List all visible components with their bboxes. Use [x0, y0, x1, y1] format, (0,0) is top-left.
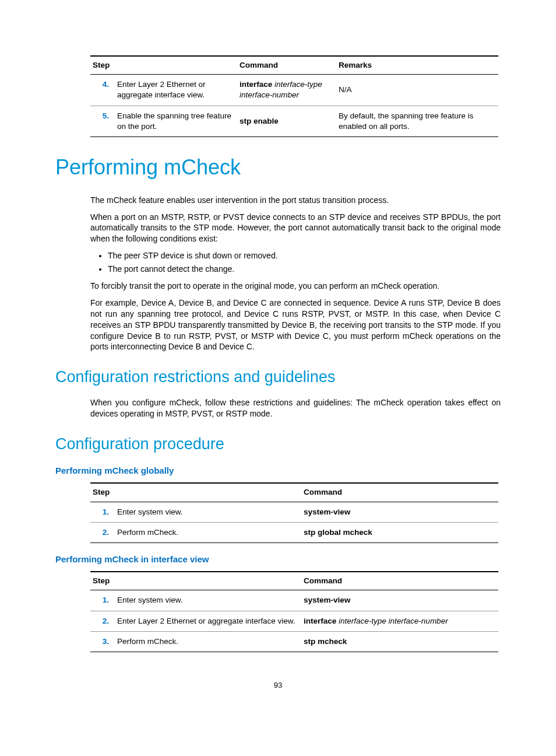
- heading-procedure: Configuration procedure: [55, 433, 501, 454]
- step-desc: Perform mCheck.: [115, 631, 301, 652]
- paragraph: To forcibly transit the port to operate …: [90, 281, 501, 292]
- list-item: The peer STP device is shut down or remo…: [108, 250, 501, 261]
- list-item: The port cannot detect the change.: [108, 264, 501, 275]
- step-desc: Enter system view.: [115, 590, 301, 611]
- table-row: 1. Enter system view. system-view: [90, 590, 498, 611]
- step-number: 2.: [90, 522, 115, 542]
- col-step: Step: [90, 483, 301, 502]
- bullet-list: The peer STP device is shut down or remo…: [90, 250, 501, 275]
- col-remarks: Remarks: [336, 56, 498, 75]
- step-command: system-view: [301, 502, 498, 522]
- step-desc: Enter Layer 2 Ethernet or aggregate inte…: [115, 611, 301, 631]
- step-table-global: Step Command 1. Enter system view. syste…: [90, 482, 498, 543]
- step-command: interface interface-type interface-numbe…: [237, 75, 336, 106]
- step-command: stp enable: [237, 106, 336, 136]
- table-row: 2. Enter Layer 2 Ethernet or aggregate i…: [90, 611, 498, 631]
- step-remarks: By default, the spanning tree feature is…: [336, 106, 498, 136]
- step-desc: Enable the spanning tree feature on the …: [115, 106, 237, 136]
- paragraph: For example, Device A, Device B, and Dev…: [90, 298, 501, 352]
- paragraph: When you configure mCheck, follow these …: [90, 397, 501, 419]
- subheading-global: Performing mCheck globally: [55, 465, 501, 477]
- step-number: 5.: [90, 106, 115, 136]
- step-number: 3.: [90, 631, 115, 652]
- step-number: 4.: [90, 75, 115, 106]
- col-command: Command: [301, 572, 498, 590]
- col-step: Step: [90, 56, 237, 75]
- step-command: stp global mcheck: [301, 522, 498, 542]
- step-table-top: Step Command Remarks 4. Enter Layer 2 Et…: [90, 55, 498, 137]
- table-row: 1. Enter system view. system-view: [90, 502, 498, 522]
- step-desc: Enter system view.: [115, 502, 301, 522]
- table-row: 2. Perform mCheck. stp global mcheck: [90, 522, 498, 542]
- paragraph: The mCheck feature enables user interven…: [90, 195, 501, 206]
- table-row: 5. Enable the spanning tree feature on t…: [90, 106, 498, 136]
- step-desc: Enter Layer 2 Ethernet or aggregate inte…: [115, 75, 237, 106]
- step-remarks: N/A: [336, 75, 498, 106]
- heading-restrictions: Configuration restrictions and guideline…: [55, 366, 501, 387]
- step-command: stp mcheck: [301, 631, 498, 652]
- table-row: 3. Perform mCheck. stp mcheck: [90, 631, 498, 652]
- step-command: system-view: [301, 590, 498, 611]
- step-command: interface interface-type interface-numbe…: [301, 611, 498, 631]
- table-row: 4. Enter Layer 2 Ethernet or aggregate i…: [90, 75, 498, 106]
- heading-performing-mcheck: Performing mCheck: [55, 153, 501, 182]
- subheading-interface: Performing mCheck in interface view: [55, 554, 501, 565]
- step-desc: Perform mCheck.: [115, 522, 301, 542]
- paragraph: When a port on an MSTP, RSTP, or PVST de…: [90, 212, 501, 245]
- page-number: 93: [55, 680, 501, 691]
- col-command: Command: [301, 483, 498, 502]
- step-table-interface: Step Command 1. Enter system view. syste…: [90, 571, 498, 652]
- step-number: 2.: [90, 611, 115, 631]
- col-step: Step: [90, 572, 301, 590]
- step-number: 1.: [90, 502, 115, 522]
- col-command: Command: [237, 56, 336, 75]
- step-number: 1.: [90, 590, 115, 611]
